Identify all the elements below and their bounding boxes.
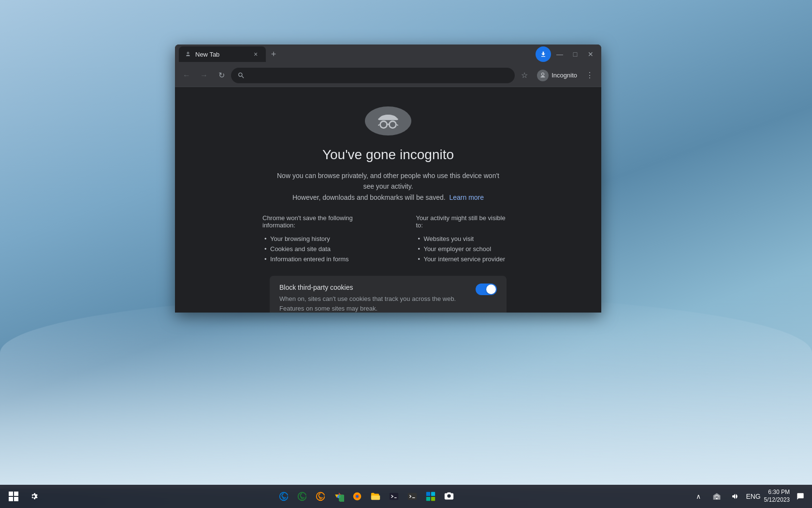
address-input[interactable] xyxy=(249,72,508,79)
cookie-toggle[interactable] xyxy=(476,284,497,295)
minimize-button[interactable]: — xyxy=(553,47,566,61)
svg-rect-23 xyxy=(431,492,435,496)
svg-point-17 xyxy=(356,495,359,498)
edge-dev-icon xyxy=(297,491,307,502)
taskbar-edge-dev-icon[interactable] xyxy=(293,488,311,505)
tray-notification-icon[interactable] xyxy=(793,489,808,504)
page-title: You've gone incognito xyxy=(322,147,454,163)
new-tab-button[interactable]: + xyxy=(267,47,280,61)
svg-rect-22 xyxy=(426,492,430,496)
page-content: You've gone incognito Now you can browse… xyxy=(175,87,601,313)
browser-window: New Tab × + — □ ✕ ← → xyxy=(175,45,601,313)
cmd-icon xyxy=(407,491,418,502)
search-icon xyxy=(237,72,245,79)
page-description: Now you can browse privately, and other … xyxy=(272,170,504,203)
camera-icon xyxy=(444,491,454,502)
taskbar-terminal-icon[interactable] xyxy=(385,488,403,505)
extension-button[interactable] xyxy=(536,46,551,62)
list-item: Cookies and site data xyxy=(262,244,387,254)
list-item: Websites you visit xyxy=(416,234,514,244)
taskbar-edge-icon[interactable] xyxy=(275,488,292,505)
svg-rect-25 xyxy=(431,497,435,501)
gear-icon xyxy=(29,492,39,501)
back-button[interactable]: ← xyxy=(179,68,194,83)
svg-rect-12 xyxy=(9,497,13,501)
cookie-card-text: Block third-party cookies When on, sites… xyxy=(279,284,468,313)
taskbar-settings-icon[interactable] xyxy=(25,488,43,505)
svg-rect-10 xyxy=(9,492,13,496)
list-item: Information entered in forms xyxy=(262,254,387,264)
edge-icon xyxy=(278,491,289,502)
start-button[interactable] xyxy=(4,487,23,506)
download-icon xyxy=(539,50,547,58)
list-item: Your browsing history xyxy=(262,234,387,244)
svg-rect-20 xyxy=(408,493,417,500)
address-bar[interactable] xyxy=(231,68,515,83)
wont-save-list: Your browsing history Cookies and site d… xyxy=(262,234,387,264)
wont-save-column: Chrome won't save the following informat… xyxy=(262,214,387,264)
incognito-main-icon xyxy=(374,106,403,135)
svg-rect-18 xyxy=(390,493,398,500)
wont-save-heading: Chrome won't save the following informat… xyxy=(262,214,387,229)
taskbar-center xyxy=(275,488,458,505)
toolbar: ← → ↻ ☆ Incognito xyxy=(175,64,601,87)
svg-rect-2 xyxy=(378,118,398,120)
profile-button[interactable]: Incognito xyxy=(533,68,581,83)
cookie-card-description: When on, sites can't use cookies that tr… xyxy=(279,294,468,313)
active-tab[interactable]: New Tab × xyxy=(179,46,266,62)
svg-rect-26 xyxy=(716,498,717,499)
notification-icon xyxy=(797,493,804,500)
tab-close-button[interactable]: × xyxy=(251,50,260,59)
list-item: Your internet service provider xyxy=(416,254,514,264)
cookie-card-title: Block third-party cookies xyxy=(279,284,468,291)
avatar xyxy=(537,70,549,81)
taskbar-right: ∧ ENG 6:30 PM 5/12/2023 xyxy=(691,489,808,504)
taskbar-photos-icon[interactable] xyxy=(422,488,439,505)
windows-logo-icon xyxy=(8,491,19,502)
menu-button[interactable]: ⋮ xyxy=(582,68,597,83)
info-columns: Chrome won't save the following informat… xyxy=(262,214,514,264)
toolbar-actions: ☆ Incognito ⋮ xyxy=(517,68,597,83)
taskbar-edge-beta-icon[interactable] xyxy=(312,488,329,505)
taskbar-chrome-icon[interactable] xyxy=(330,488,348,505)
might-see-column: Your activity might still be visible to:… xyxy=(416,214,514,264)
svg-rect-13 xyxy=(14,497,18,501)
learn-more-link[interactable]: Learn more xyxy=(449,194,484,201)
taskbar-explorer-icon[interactable] xyxy=(367,488,384,505)
tray-lang[interactable]: ENG xyxy=(746,489,761,504)
taskbar-camera-icon[interactable] xyxy=(440,488,458,505)
taskbar-cmd-icon[interactable] xyxy=(404,488,421,505)
profile-label: Incognito xyxy=(551,72,577,79)
tab-incognito-icon xyxy=(185,51,191,58)
forward-button[interactable]: → xyxy=(196,68,212,83)
taskbar: ∧ ENG 6:30 PM 5/12/2023 xyxy=(0,485,812,508)
tab-title: New Tab xyxy=(195,51,247,58)
tray-chevron[interactable]: ∧ xyxy=(691,489,706,504)
network-icon xyxy=(713,493,721,500)
refresh-button[interactable]: ↻ xyxy=(214,68,229,83)
maximize-button[interactable]: □ xyxy=(568,47,582,61)
tray-network-icon[interactable] xyxy=(709,489,725,504)
tray-time[interactable]: 6:30 PM 5/12/2023 xyxy=(764,489,790,504)
might-see-list: Websites you visit Your employer or scho… xyxy=(416,234,514,264)
svg-line-8 xyxy=(378,125,379,126)
tab-strip: New Tab × + xyxy=(179,46,532,62)
svg-point-6 xyxy=(381,122,386,127)
svg-point-7 xyxy=(390,122,395,127)
taskbar-left xyxy=(4,487,43,506)
bookmark-button[interactable]: ☆ xyxy=(517,68,532,83)
edge-beta-icon xyxy=(315,491,326,502)
close-button[interactable]: ✕ xyxy=(584,47,597,61)
photos-icon xyxy=(425,491,436,502)
svg-point-0 xyxy=(187,55,188,56)
svg-rect-11 xyxy=(14,492,18,496)
incognito-small-icon xyxy=(539,72,547,79)
tray-volume-icon[interactable] xyxy=(727,489,743,504)
svg-line-9 xyxy=(397,125,398,126)
title-bar: New Tab × + — □ ✕ xyxy=(175,45,601,64)
terminal-icon xyxy=(389,491,399,502)
taskbar-firefox-icon[interactable] xyxy=(348,488,366,505)
list-item: Your employer or school xyxy=(416,244,514,254)
folder-icon xyxy=(370,491,381,502)
firefox-icon xyxy=(352,491,362,502)
